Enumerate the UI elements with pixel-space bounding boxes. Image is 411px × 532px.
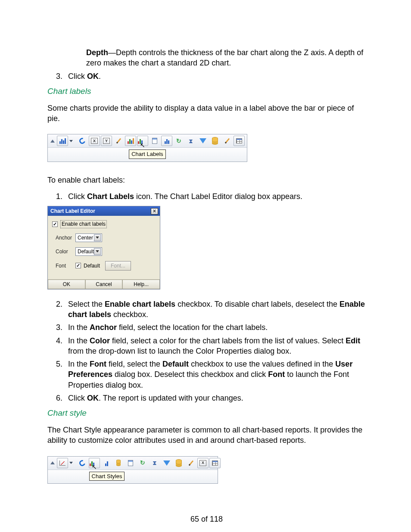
line-chart-icon[interactable] [57,458,68,468]
table-icon[interactable] [234,136,245,146]
document-icon[interactable] [125,458,136,468]
collapse-arrow-icon [50,140,55,143]
tooltip-chart-styles: Chart Styles [89,472,125,481]
x-axis-icon[interactable]: X [197,458,209,468]
dropdown-color[interactable]: Default [75,247,102,256]
checkbox-enable-chart-labels[interactable] [52,221,58,227]
chart-styles-icon[interactable]: ↖ [89,458,100,468]
edit-icon[interactable] [113,136,124,146]
dialog-chart-label-editor: Chart Label Editor × Enable chart labels… [47,206,160,289]
toolbar-figure-chart-labels: X Y ↖ ↻ ⧗ Chart Labels [47,134,247,162]
label-font-default: Default [84,262,100,269]
label-font: Font [56,262,75,269]
database-icon[interactable] [173,458,184,468]
heading-chart-labels: Chart labels [47,86,366,97]
dialog-titlebar: Chart Label Editor × [48,206,160,216]
toolbar-figure-chart-styles: ↖ ↻ ⧗ X Chart Styles [47,456,218,484]
page-footer: 65 of 118 [47,514,366,524]
para-enable-labels: To enable chart labels: [47,175,366,185]
button-ok[interactable]: OK [48,280,85,289]
depth-bold: Depth [86,48,108,57]
step-5: 5. In the Font field, select the Default… [56,359,366,390]
database-small-icon[interactable] [113,458,124,468]
heading-chart-style: Chart style [47,408,366,419]
refresh-icon[interactable]: ↻ [137,458,148,468]
dropdown-color-value: Default [78,248,94,255]
hourglass-icon[interactable]: ⧗ [149,458,160,468]
dropdown-caret-icon[interactable] [69,462,73,464]
collapse-arrow-icon [50,461,55,464]
dropdown-anchor-value: Center [78,234,93,241]
bars-color-icon[interactable] [125,136,136,146]
row-enable-chart-labels: Enable chart labels [52,220,156,228]
button-cancel[interactable]: Cancel [85,280,123,289]
edit2-icon[interactable] [221,136,233,146]
hourglass-icon[interactable]: ⧗ [185,136,196,146]
bar-chart-icon[interactable] [57,136,68,146]
label-color: Color [56,248,75,255]
para-labels-intro: Some charts provide the ability to displ… [47,103,366,124]
funnel-icon[interactable] [197,136,209,146]
table-icon[interactable] [209,458,221,468]
para-style-intro: The Chart Style appearance parameter is … [47,425,366,446]
undo-icon[interactable] [77,136,88,146]
step-6: 6. Click OK. The report is updated with … [56,393,366,403]
edit-icon[interactable] [185,458,196,468]
dropdown-anchor[interactable]: Center [75,233,102,242]
undo-icon[interactable] [77,458,88,468]
refresh-icon[interactable]: ↻ [173,136,184,146]
depth-paragraph: Depth—Depth controls the thickness of th… [86,47,366,68]
button-help[interactable]: Help... [122,280,160,289]
x-axis-icon[interactable]: X [89,136,100,146]
chart-labels-icon[interactable]: ↖ [137,136,148,146]
y-axis-icon[interactable]: Y [101,136,112,146]
tooltip-chart-labels: Chart Labels [129,149,166,159]
document-icon[interactable] [149,136,160,146]
step-2: 2. Select the Enable chart labels checkb… [56,299,366,320]
funnel-icon[interactable] [161,458,172,468]
dropdown-caret-icon [94,234,101,241]
dropdown-caret-icon [94,248,101,255]
step-1: 1. Click Chart Labels icon. The Chart La… [56,191,366,202]
dialog-title-text: Chart Label Editor [50,208,95,215]
step-click-ok: 3. Click OK. [56,71,366,81]
bars-plain-icon[interactable] [161,136,172,146]
dropdown-caret-icon[interactable] [69,140,73,142]
checkbox-font-default[interactable] [75,263,81,268]
label-enable-chart-labels[interactable]: Enable chart labels [60,220,107,228]
step-3: 3. In the Anchor field, select the locat… [56,322,366,333]
button-font[interactable]: Font... [105,261,131,271]
database-icon[interactable] [209,136,221,146]
dialog-close-button[interactable]: × [151,208,158,215]
step-4: 4. In the Color field, select a color fo… [56,336,366,357]
bars-small-icon[interactable] [101,458,112,468]
label-anchor: Anchor [56,234,75,241]
